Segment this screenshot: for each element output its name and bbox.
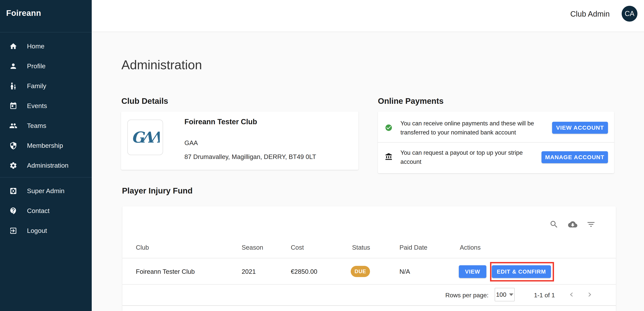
sidebar-item-label: Membership	[27, 142, 63, 149]
view-account-button[interactable]: VIEW ACCOUNT	[552, 122, 608, 134]
column-header-status[interactable]: Status	[352, 244, 370, 251]
app-logo: Foireann	[6, 9, 41, 18]
sidebar-item-label: Super Admin	[27, 187, 64, 195]
sidebar-item-events[interactable]: Events	[0, 96, 92, 116]
chevron-down-icon	[509, 293, 513, 296]
highlight-box	[490, 262, 554, 281]
view-button[interactable]: VIEW	[459, 265, 486, 278]
family-icon	[9, 82, 17, 90]
bank-icon	[385, 153, 392, 161]
sidebar-divider	[0, 177, 92, 177]
view-account-label: VIEW ACCOUNT	[556, 124, 604, 131]
club-details-heading: Club Details	[122, 97, 168, 106]
rows-per-page-label: Rows per page:	[445, 292, 488, 299]
sidebar-divider	[0, 32, 92, 33]
check-circle-icon	[385, 124, 392, 132]
sidebar-item-label: Logout	[27, 227, 47, 234]
sidebar-item-teams[interactable]: Teams	[0, 116, 92, 136]
page-title: Administration	[122, 58, 202, 72]
gaa-logo-icon: GΛΛ	[131, 125, 160, 150]
sidebar-item-logout[interactable]: Logout	[0, 221, 92, 241]
player-injury-fund-heading: Player Injury Fund	[122, 186, 192, 195]
cloud-download-icon[interactable]	[568, 220, 577, 229]
sidebar-item-family[interactable]: Family	[0, 76, 92, 96]
column-header-cost[interactable]: Cost	[291, 244, 304, 251]
shield-icon	[9, 142, 17, 150]
sidebar-item-label: Administration	[27, 162, 68, 169]
club-name: Foireann Tester Club	[184, 118, 257, 126]
gear-square-icon	[9, 187, 17, 195]
pagination-range: 1-1 of 1	[534, 292, 555, 299]
cell-club: Foireann Tester Club	[136, 268, 195, 275]
sidebar-item-label: Home	[27, 43, 44, 50]
manage-account-button[interactable]: MANAGE ACCOUNT	[542, 151, 608, 163]
column-header-season[interactable]: Season	[242, 244, 263, 251]
sidebar-item-profile[interactable]: Profile	[0, 56, 92, 76]
club-association: GAA	[184, 139, 198, 147]
people-icon	[9, 122, 17, 130]
sidebar-item-label: Teams	[27, 122, 46, 129]
filter-icon[interactable]	[586, 220, 596, 229]
avatar[interactable]: CA	[622, 6, 638, 22]
payments-enabled-text: You can receive online payments and thes…	[400, 119, 543, 137]
cell-cost: €2850.00	[291, 268, 318, 275]
sidebar-item-label: Profile	[27, 62, 46, 70]
sidebar-item-contact[interactable]: Contact	[0, 201, 92, 221]
column-header-paid-date[interactable]: Paid Date	[400, 244, 428, 251]
online-payments-card: You can receive online payments and thes…	[378, 112, 614, 173]
sidebar-item-label: Events	[27, 102, 47, 110]
user-role-label: Club Admin	[570, 10, 610, 18]
manage-account-label: MANAGE ACCOUNT	[545, 154, 604, 161]
help-icon	[9, 207, 17, 215]
payout-text: You can request a payout or top up your …	[400, 148, 543, 166]
cell-season: 2021	[242, 268, 256, 275]
home-icon	[9, 42, 17, 50]
person-icon	[9, 62, 17, 70]
sidebar-item-super-admin[interactable]: Super Admin	[0, 181, 92, 201]
sidebar-item-label: Family	[27, 82, 46, 90]
logout-icon	[9, 227, 17, 235]
avatar-initials: CA	[625, 10, 634, 18]
gear-icon	[9, 161, 17, 170]
sidebar-item-administration[interactable]: Administration	[0, 156, 92, 175]
sidebar-item-label: Contact	[27, 207, 50, 214]
sidebar: Foireann Home Profile Family Events Team…	[0, 0, 92, 311]
view-button-label: VIEW	[465, 268, 480, 275]
chevron-left-icon[interactable]: ‹	[570, 289, 574, 299]
club-address: 87 Drumavalley, Magilligan, DERRY, BT49 …	[184, 153, 316, 161]
club-logo: GΛΛ	[127, 120, 163, 155]
club-details-card: GΛΛ Foireann Tester Club GAA 87 Drumaval…	[121, 112, 358, 170]
rows-per-page-value: 100	[496, 291, 506, 298]
rows-per-page-select[interactable]: 100	[495, 288, 515, 301]
chevron-right-icon[interactable]: ›	[588, 289, 592, 299]
column-header-club[interactable]: Club	[136, 244, 149, 251]
payments-row-divider	[378, 142, 614, 143]
calendar-icon	[9, 102, 17, 110]
top-header: Club Admin CA	[92, 0, 644, 32]
sidebar-item-membership[interactable]: Membership	[0, 136, 92, 156]
svg-text:GΛΛ: GΛΛ	[131, 129, 160, 146]
status-badge: DUE	[351, 266, 370, 277]
player-injury-fund-card: Club Season Cost Status Paid Date Action…	[122, 206, 616, 311]
pagination-bottom-divider	[122, 305, 616, 306]
online-payments-heading: Online Payments	[378, 97, 444, 106]
sidebar-item-home[interactable]: Home	[0, 36, 92, 56]
search-icon[interactable]	[550, 220, 559, 229]
column-header-actions: Actions	[460, 244, 480, 251]
table-row-divider	[122, 284, 616, 284]
cell-paid-date: N/A	[400, 268, 410, 275]
